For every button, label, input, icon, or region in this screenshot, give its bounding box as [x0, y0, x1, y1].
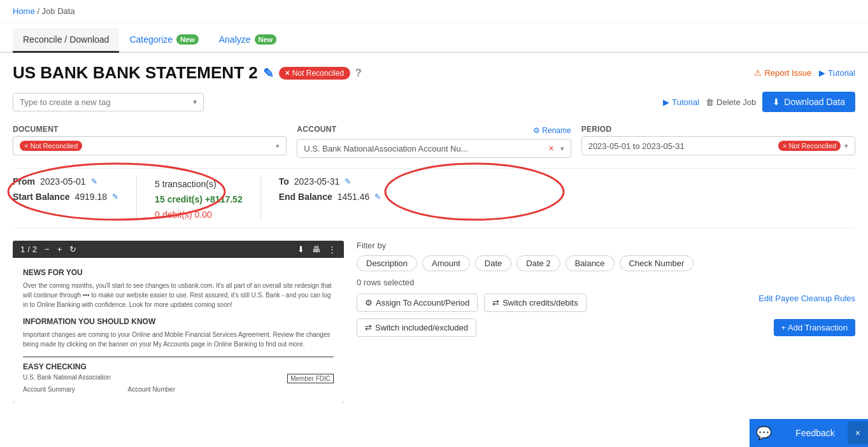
- filter-btn-check-number[interactable]: Check Number: [620, 255, 694, 271]
- tab-reconcile-label: Reconcile / Download: [23, 34, 109, 45]
- title-edit-icon[interactable]: ✎: [263, 66, 274, 81]
- pdf-page-current: 1: [20, 245, 25, 254]
- pdf-print-btn[interactable]: 🖶: [312, 245, 320, 254]
- account-field: Account ⚙ Rename U.S. Bank NationalAssoc…: [297, 125, 571, 158]
- not-reconciled-x[interactable]: ×: [285, 69, 290, 78]
- filter-btn-amount[interactable]: Amount: [422, 255, 470, 271]
- action-buttons-row: ⚙ Assign To Account/Period ⇄ Switch cred…: [357, 294, 855, 312]
- help-icon[interactable]: ?: [355, 67, 362, 79]
- circle-annotation-right: [382, 161, 573, 225]
- filter-panel: Filter by Description Amount Date Date 2…: [357, 241, 855, 403]
- warning-icon: ⚠: [754, 68, 762, 78]
- tag-input[interactable]: [20, 97, 193, 107]
- delete-job-btn[interactable]: 🗑 Delete Job: [706, 97, 756, 107]
- pdf-more-btn[interactable]: ⋮: [328, 245, 336, 254]
- filter-btn-date2[interactable]: Date 2: [516, 255, 560, 271]
- title-row: US BANK BANK STATEMENT 2 ✎ × Not Reconci…: [13, 63, 855, 83]
- account-select[interactable]: U.S. Bank NationalAssociation Account Nu…: [297, 139, 571, 158]
- breadcrumb: Home / Job Data: [0, 0, 868, 23]
- chevron-down-icon: ▾: [276, 142, 280, 150]
- pdf-content: NEWS FOR YOU Over the coming months, you…: [13, 258, 344, 403]
- filter-btn-date[interactable]: Date: [475, 255, 511, 271]
- to-edit-icon[interactable]: ✎: [345, 177, 351, 186]
- from-edit-icon[interactable]: ✎: [91, 177, 97, 186]
- fields-row: Document × Not Reconciled ▾ Account ⚙ Re…: [13, 125, 855, 158]
- gear-icon: ⚙: [533, 126, 540, 135]
- pdf-zoom-in-btn[interactable]: +: [57, 245, 62, 254]
- breadcrumb-current: Job Data: [42, 6, 75, 16]
- end-balance-edit-icon[interactable]: ✎: [374, 192, 381, 201]
- document-field: Document × Not Reconciled ▾: [13, 125, 287, 158]
- edit-payee-link[interactable]: Edit Payee Cleanup Rules: [758, 294, 855, 303]
- action-row-right: ⇄ Switch included/excluded + Add Transac…: [357, 318, 855, 337]
- tabs-bar: Reconcile / Download Categorize New Anal…: [0, 28, 868, 53]
- page-title: US BANK BANK STATEMENT 2 ✎ × Not Reconci…: [13, 63, 362, 83]
- close-icon-account[interactable]: ×: [548, 143, 553, 153]
- pdf-toolbar: 1 / 2 − + ↻ ⬇ 🖶 ⋮: [13, 241, 344, 258]
- chevron-down-icon-acct: ▾: [560, 145, 564, 153]
- pdf-page-total: 2: [32, 245, 37, 254]
- rows-selected: 0 rows selected: [357, 278, 855, 287]
- switch-included-btn[interactable]: ⇄ Switch included/excluded: [357, 318, 476, 337]
- download-icon: ⬇: [772, 97, 780, 107]
- svg-point-1: [385, 164, 564, 220]
- tab-analyze[interactable]: Analyze New: [209, 28, 287, 53]
- report-issue-btn[interactable]: ⚠ Report Issue: [754, 68, 811, 78]
- filter-btn-balance[interactable]: Balance: [566, 255, 615, 271]
- period-field: Period 2023-05-01 to 2023-05-31 × Not Re…: [581, 125, 855, 158]
- tag-input-wrap[interactable]: ▾: [13, 93, 204, 111]
- tab-categorize[interactable]: Categorize New: [119, 28, 208, 53]
- chevron-down-icon-period: ▾: [844, 142, 848, 150]
- filter-by-label: Filter by: [357, 241, 855, 250]
- chevron-down-icon: ▾: [193, 97, 197, 106]
- period-not-reconciled-badge: × Not Reconciled: [778, 141, 841, 151]
- stat-to-group: To 2023-05-31 ✎ End Balance 1451.46 ✎: [279, 176, 381, 202]
- tab-categorize-label: Categorize: [129, 34, 173, 45]
- bottom-row: 1 / 2 − + ↻ ⬇ 🖶 ⋮ NEWS FOR YOU Over the …: [13, 241, 855, 403]
- pdf-zoom-out-btn[interactable]: −: [45, 245, 50, 254]
- stat-from-group: From 2023-05-01 ✎ Start Balance 4919.18 …: [13, 176, 118, 202]
- filter-buttons: Description Amount Date Date 2 Balance C…: [357, 255, 855, 271]
- tab-analyze-label: Analyze: [219, 34, 251, 45]
- assign-account-btn[interactable]: ⚙ Assign To Account/Period: [357, 294, 478, 312]
- tab-analyze-badge: New: [255, 34, 277, 45]
- pdf-rotate-btn[interactable]: ↻: [69, 245, 76, 254]
- filter-btn-description[interactable]: Description: [357, 255, 417, 271]
- download-data-btn[interactable]: ⬇ Download Data: [762, 92, 855, 112]
- arrows-icon: ⇄: [492, 298, 499, 308]
- document-select[interactable]: × Not Reconciled ▾: [13, 136, 287, 155]
- trash-icon: 🗑: [706, 97, 714, 107]
- tutorial-btn-title[interactable]: ▶ Tutorial: [819, 68, 855, 78]
- doc-not-reconciled-badge: × Not Reconciled: [20, 141, 82, 151]
- play-icon: ▶: [663, 97, 669, 107]
- gear-icon-assign: ⚙: [365, 298, 373, 308]
- tab-categorize-badge: New: [176, 34, 199, 45]
- play-icon-title: ▶: [819, 68, 825, 78]
- pdf-viewer: 1 / 2 − + ↻ ⬇ 🖶 ⋮ NEWS FOR YOU Over the …: [13, 241, 344, 403]
- stats-row: From 2023-05-01 ✎ Start Balance 4919.18 …: [13, 168, 855, 228]
- tab-reconcile[interactable]: Reconcile / Download: [13, 28, 119, 53]
- pdf-download-btn[interactable]: ⬇: [297, 245, 304, 254]
- period-select[interactable]: 2023-05-01 to 2023-05-31 × Not Reconcile…: [581, 136, 855, 155]
- arrows-icon-incl: ⇄: [365, 323, 372, 332]
- toolbar-row: ▾ ▶ Tutorial 🗑 Delete Job ⬇ Download Dat…: [13, 92, 855, 112]
- add-transaction-btn[interactable]: + Add Transaction: [774, 319, 855, 336]
- rename-link[interactable]: ⚙ Rename: [533, 126, 571, 135]
- breadcrumb-home[interactable]: Home: [13, 6, 35, 16]
- not-reconciled-badge: × Not Reconciled: [279, 67, 350, 80]
- start-balance-edit-icon[interactable]: ✎: [112, 192, 118, 201]
- stat-transactions-group: 5 transaction(s) 15 credit(s) +8117.52 0…: [155, 176, 243, 220]
- tutorial-btn[interactable]: ▶ Tutorial: [663, 97, 699, 107]
- switch-credits-btn[interactable]: ⇄ Switch credits/debits: [484, 294, 587, 312]
